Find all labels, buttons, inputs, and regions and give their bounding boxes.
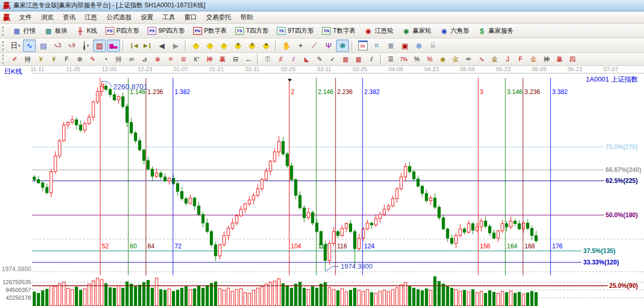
tool-save-button[interactable]: ▣ — [398, 39, 411, 52]
toolbar-button-sectors[interactable]: ▩板块 — [40, 25, 72, 37]
tool-nav-last-button[interactable]: ▶❙ — [141, 39, 154, 52]
toolbar-button-9t-square[interactable]: T99T四方形 — [273, 25, 318, 37]
tool-line-anchor-tool-button[interactable]: ⟋ — [308, 39, 321, 52]
tool-cycle-clock-button[interactable]: ◔ — [100, 54, 112, 65]
menu-item-8[interactable]: 交易委托 — [202, 12, 236, 22]
tool-check-lines-button[interactable]: ✓ — [327, 54, 339, 65]
tool-red-grid-3-button[interactable]: ▩ — [353, 54, 365, 65]
toolbar-button-winner-wheel[interactable]: ◉赢家轮 — [397, 25, 435, 37]
tool-slash-lines-button[interactable]: ⫽ — [366, 54, 378, 65]
menu-item-1[interactable]: 浏览 — [36, 12, 58, 22]
toolbar-grip[interactable] — [2, 55, 6, 64]
tool-crosshair-tool-button[interactable]: ＋ — [294, 39, 307, 52]
tool-j-angle-button[interactable]: J — [502, 54, 514, 65]
tool-nav-first-button[interactable]: ❙◀ — [127, 39, 140, 52]
tool-wave-9-button[interactable]: ∿9 — [65, 39, 78, 52]
tool-candle-style-button[interactable]: ╽▾ — [79, 39, 92, 52]
tool-angle-pencil-button[interactable]: ⊿ — [139, 54, 151, 65]
menu-item-7[interactable]: 窗口 — [180, 12, 202, 22]
tool-period-selector-button[interactable]: 日▾ — [9, 39, 22, 52]
tool-gann-brain-tool-button[interactable]: ❋ — [336, 39, 349, 52]
toolbar-grip[interactable] — [2, 41, 6, 50]
tool-star-burst-button[interactable]: ✳ — [165, 54, 177, 65]
menu-item-3[interactable]: 江恩 — [80, 12, 102, 22]
tool-time-comb-button[interactable]: 卌 — [22, 54, 34, 65]
tool-zigzag-window-button[interactable]: ∿ — [23, 39, 36, 52]
toolbar-button-hexagon[interactable]: ◉六角形 — [435, 25, 473, 37]
tool-gold-comb-1-button[interactable]: ¥ — [35, 54, 47, 65]
tool-color-histogram-button[interactable]: ▆▃ — [107, 39, 120, 52]
tool-nav-prev-button[interactable]: ◀ — [155, 39, 168, 52]
toolbar-button-winner-service[interactable]: $赢家服务 — [473, 25, 517, 37]
tool-zoom-in-all-button[interactable]: ◆✢ — [246, 39, 259, 52]
tool-span-arrows-button[interactable]: ↔ — [243, 54, 254, 65]
tool-notepad-button[interactable]: ≣ — [384, 39, 397, 52]
tool-gold-comb-2-button[interactable]: ¥ — [48, 54, 60, 65]
tool-fib-comb-button[interactable]: F — [61, 54, 73, 65]
tool-fan-red-button[interactable]: ⫻ — [275, 54, 287, 65]
toolbar-button-quotes[interactable]: ▦行情 — [8, 25, 40, 37]
tool-wave-3-button[interactable]: ∿3 — [51, 39, 64, 52]
tool-ying-grid-button[interactable]: 赢 — [217, 54, 229, 65]
tool-n-square-button[interactable]: n² — [126, 54, 138, 65]
toolbar-button-t-square[interactable]: TST四方形 — [231, 25, 273, 37]
tool-comb-2-button[interactable]: 卌 — [113, 54, 125, 65]
tool-fan-grid-button[interactable]: ◣ — [301, 54, 313, 65]
tool-wave-red-button[interactable]: ∿ — [476, 54, 488, 65]
menu-item-6[interactable]: 工具 — [158, 12, 180, 22]
price-chart-canvas[interactable]: 11-1111-2512-0912-2301-0701-2102-1102-25… — [0, 66, 644, 306]
tool-percent-button[interactable]: % — [411, 54, 423, 65]
tool-fan-purple-button[interactable]: ⫽ — [288, 54, 300, 65]
menu-item-4[interactable]: 公式选股 — [102, 12, 136, 22]
gold-line-2-icon: 金 — [492, 55, 498, 64]
tool-gold-circle-button[interactable]: ◉ — [437, 54, 449, 65]
toolbar-button-p-digit-table[interactable]: PNP数字表 — [189, 25, 231, 37]
tool-spiral-button[interactable]: ⊚ — [74, 54, 86, 65]
tool-gold-lines-button[interactable]: 金 — [450, 54, 462, 65]
tool-hand-tool-button[interactable]: ✋ — [280, 39, 293, 52]
tool-gann-brush-button[interactable]: ✐ — [9, 54, 21, 65]
tool-ying-angle-button[interactable]: 赢 — [554, 54, 566, 65]
tool-shen-angle-button[interactable]: 神 — [541, 54, 553, 65]
toolbar-button-t-digit-table[interactable]: TNT数字表 — [318, 25, 359, 37]
tool-fork-tool-button[interactable]: Ψ — [322, 39, 335, 52]
tool-gate-box-button[interactable]: ⎅ — [262, 54, 274, 65]
tool-grid-123-button[interactable]: ⊟ — [230, 54, 242, 65]
tool-web-stats-button[interactable]: ⊛ — [412, 39, 425, 52]
tool-zoom-left-button[interactable]: ◆← — [190, 39, 203, 52]
tool-si-angle-button[interactable]: 四 — [567, 54, 579, 65]
tool-grid-target-button[interactable]: ⊞ — [178, 54, 190, 65]
tool-pencil-bars-button[interactable]: ✏ — [463, 54, 475, 65]
toolbar-button-p-square[interactable]: PSP四方形 — [101, 25, 143, 37]
tool-brush-2-button[interactable]: ✎ — [87, 54, 99, 65]
tool-percent-line-button[interactable]: % — [424, 54, 436, 65]
tool-pencil-fan-button[interactable]: ✎ — [314, 54, 326, 65]
tool-bars-scale-button[interactable]: ☰ — [385, 54, 397, 65]
tool-zoom-right-button[interactable]: ◆→ — [204, 39, 217, 52]
tool-k-mark-button[interactable]: K″ — [191, 54, 203, 65]
toolbar-button-kline[interactable]: ╫K线 — [72, 25, 101, 37]
tool-nav-next-button[interactable]: ▶ — [169, 39, 182, 52]
tool-zoom-out-all-button[interactable]: ◆✛ — [232, 39, 245, 52]
tool-gold-line-2-button[interactable]: 金 — [489, 54, 501, 65]
menu-item-5[interactable]: 设置 — [136, 12, 158, 22]
tool-f-angle-button[interactable]: F — [515, 54, 527, 65]
tool-red-grid-2-button[interactable]: ▦ — [340, 54, 352, 65]
toolbar-button-gann-wheel[interactable]: ◉江恩轮 — [359, 25, 397, 37]
tool-zoom-horizontal-button[interactable]: ◆↔ — [218, 39, 231, 52]
tool-seven-percent-button[interactable]: 7% — [398, 54, 410, 65]
tool-calculator-button[interactable]: ⌗ — [370, 39, 383, 52]
toolbar-grip[interactable] — [2, 26, 6, 36]
tool-target-cross-button[interactable]: ⊕ — [152, 54, 164, 65]
tool-info-document-button[interactable]: ▤ — [37, 39, 50, 52]
menu-item-2[interactable]: 资讯 — [58, 12, 80, 22]
menu-item-0[interactable]: 文件 — [15, 12, 36, 22]
tool-zoom-reset-button[interactable]: ◆⊕ — [260, 39, 273, 52]
tool-workstation-button[interactable]: ⌸ — [426, 39, 439, 52]
tool-calendar-button[interactable]: 21 — [356, 39, 369, 52]
toolbar-button-9p-square[interactable]: P99P四方形 — [143, 25, 189, 37]
tool-gold-angle-button[interactable]: 金 — [528, 54, 540, 65]
tool-shen-grid-button[interactable]: 神 — [204, 54, 216, 65]
menu-item-9[interactable]: 帮助 — [236, 12, 258, 22]
tool-pattern-map-button[interactable]: ▨ — [93, 39, 106, 52]
